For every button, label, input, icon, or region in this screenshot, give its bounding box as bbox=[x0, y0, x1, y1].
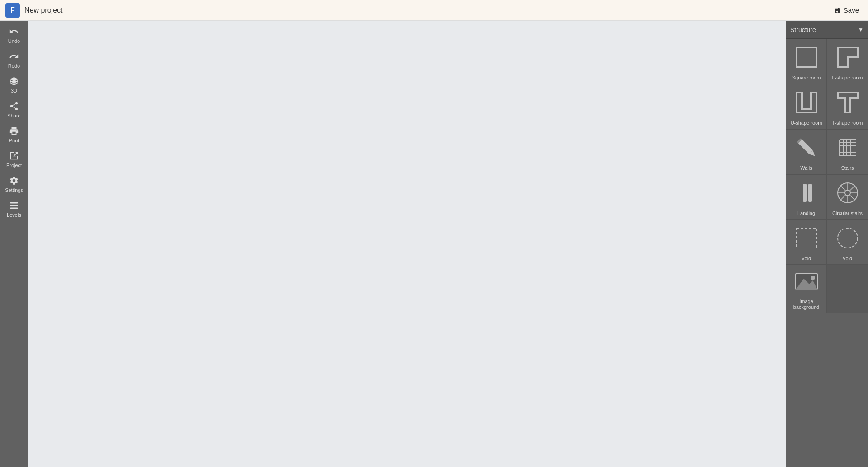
3d-icon: 3D bbox=[9, 76, 19, 87]
panel-item-t-shape-room[interactable]: T-shape room bbox=[827, 84, 868, 129]
svg-point-33 bbox=[838, 228, 858, 248]
panel-header-arrow[interactable]: ▼ bbox=[858, 27, 863, 33]
app-logo: F bbox=[5, 3, 20, 18]
svg-point-23 bbox=[845, 190, 850, 196]
panel-item-empty bbox=[827, 265, 868, 313]
panel-item-square-room[interactable]: Square room bbox=[786, 39, 827, 84]
svg-rect-32 bbox=[797, 228, 816, 248]
l-shape-room-label: L-shape room bbox=[832, 75, 863, 81]
levels-button[interactable]: Levels bbox=[0, 196, 28, 221]
circular-stairs-label: Circular stairs bbox=[832, 210, 863, 216]
project-icon bbox=[9, 150, 19, 161]
share-button[interactable]: Share bbox=[0, 97, 28, 122]
svg-rect-5 bbox=[797, 47, 816, 67]
walls-label: Walls bbox=[800, 165, 812, 171]
print-button[interactable]: Print bbox=[0, 122, 28, 147]
right-panel: Structure ▼ Square room bbox=[786, 21, 868, 467]
void-square-icon bbox=[793, 224, 820, 253]
print-icon bbox=[9, 126, 19, 136]
svg-line-28 bbox=[849, 186, 854, 191]
print-label: Print bbox=[9, 138, 19, 143]
svg-line-31 bbox=[840, 186, 845, 191]
levels-label: Levels bbox=[7, 212, 21, 218]
svg-rect-21 bbox=[808, 184, 812, 202]
landing-label: Landing bbox=[797, 210, 815, 216]
image-background-label: Image background bbox=[789, 299, 824, 310]
panel-grid: Square room L-shape room U-shape r bbox=[786, 39, 868, 313]
svg-rect-2 bbox=[10, 202, 18, 204]
square-room-label: Square room bbox=[792, 75, 821, 81]
image-background-icon bbox=[793, 269, 820, 296]
circular-stairs-icon bbox=[834, 178, 861, 208]
levels-icon bbox=[9, 200, 19, 211]
project-label: Project bbox=[6, 163, 22, 168]
project-title: New project bbox=[24, 6, 62, 14]
panel-item-u-shape-room[interactable]: U-shape room bbox=[786, 84, 827, 129]
settings-label: Settings bbox=[5, 187, 23, 193]
u-shape-room-label: U-shape room bbox=[791, 120, 822, 126]
void-square-label: Void bbox=[802, 256, 811, 262]
main: Undo Redo 3D 3D bbox=[0, 21, 868, 467]
panel-item-walls[interactable]: Walls bbox=[786, 129, 827, 174]
header-left: F New project bbox=[5, 3, 62, 18]
svg-rect-20 bbox=[803, 184, 807, 202]
undo-button[interactable]: Undo bbox=[0, 23, 28, 47]
share-label: Share bbox=[7, 113, 20, 118]
svg-rect-4 bbox=[10, 208, 18, 209]
svg-line-29 bbox=[849, 195, 854, 200]
panel-item-l-shape-room[interactable]: L-shape room bbox=[827, 39, 868, 84]
settings-icon bbox=[9, 175, 19, 186]
redo-label: Redo bbox=[8, 63, 20, 69]
panel-header: Structure ▼ bbox=[786, 21, 868, 39]
left-toolbar: Undo Redo 3D 3D bbox=[0, 21, 28, 467]
svg-text:3D: 3D bbox=[12, 80, 16, 83]
save-label: Save bbox=[844, 6, 859, 14]
panel-item-circular-stairs[interactable]: Circular stairs bbox=[827, 174, 868, 219]
redo-button[interactable]: Redo bbox=[0, 47, 28, 72]
undo-icon bbox=[9, 26, 19, 37]
redo-icon bbox=[9, 51, 19, 62]
u-shape-room-icon bbox=[793, 88, 820, 117]
walls-icon bbox=[793, 133, 820, 163]
square-room-icon bbox=[793, 43, 820, 72]
canvas[interactable] bbox=[28, 21, 786, 467]
l-shape-room-icon bbox=[834, 43, 861, 72]
3d-button[interactable]: 3D 3D bbox=[0, 72, 28, 97]
t-shape-room-label: T-shape room bbox=[832, 120, 863, 126]
panel-item-landing[interactable]: Landing bbox=[786, 174, 827, 219]
void-circle-icon bbox=[834, 224, 861, 253]
3d-label: 3D bbox=[11, 88, 17, 93]
stairs-label: Stairs bbox=[841, 165, 854, 171]
project-button[interactable]: Project bbox=[0, 147, 28, 172]
panel-item-void-square[interactable]: Void bbox=[786, 219, 827, 265]
svg-point-36 bbox=[811, 276, 815, 280]
save-button[interactable]: Save bbox=[830, 5, 863, 16]
svg-rect-3 bbox=[10, 205, 18, 206]
landing-icon bbox=[793, 178, 820, 208]
share-icon bbox=[9, 101, 19, 112]
settings-button[interactable]: Settings bbox=[0, 172, 28, 196]
t-shape-room-icon bbox=[834, 88, 861, 117]
void-circle-label: Void bbox=[843, 256, 852, 262]
panel-header-title: Structure bbox=[790, 26, 816, 33]
svg-line-30 bbox=[840, 195, 845, 200]
stairs-icon bbox=[834, 133, 861, 163]
panel-item-image-background[interactable]: Image background bbox=[786, 265, 827, 313]
panel-item-void-circle[interactable]: Void bbox=[827, 219, 868, 265]
undo-label: Undo bbox=[8, 38, 20, 44]
panel-item-stairs[interactable]: Stairs bbox=[827, 129, 868, 174]
header: F New project Save bbox=[0, 0, 868, 21]
save-icon bbox=[834, 7, 841, 14]
